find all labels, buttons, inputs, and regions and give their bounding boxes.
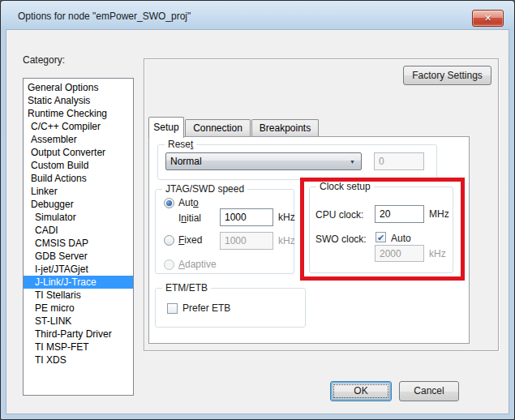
close-icon: ✕	[484, 13, 491, 23]
list-item[interactable]: Output Converter	[24, 146, 133, 159]
cpu-clock-unit: MHz	[429, 208, 449, 220]
swo-clock-field[interactable]: 2000	[375, 245, 424, 262]
ok-button[interactable]: OK	[330, 381, 392, 401]
list-item[interactable]: Simulator	[24, 211, 133, 224]
list-item[interactable]: CADI	[24, 224, 133, 237]
list-item[interactable]: Linker	[24, 185, 133, 198]
fixed-speed-radio[interactable]	[164, 235, 174, 246]
list-item[interactable]: General Options	[24, 81, 133, 94]
tab-breakpoints[interactable]: Breakpoints	[251, 119, 319, 136]
close-button[interactable]: ✕	[472, 10, 504, 27]
clock-setup-caption: Clock setup	[316, 181, 374, 192]
cpu-clock-label: CPU clock:	[315, 209, 363, 221]
fixed-speed-label: Fixed	[178, 234, 202, 246]
list-item[interactable]: Build Actions	[24, 172, 133, 185]
list-item[interactable]: TI Stellaris	[24, 289, 133, 302]
list-item[interactable]: Static Analysis	[24, 94, 133, 107]
list-item[interactable]: Third-Party Driver	[24, 328, 133, 341]
list-item[interactable]: TI XDS	[24, 354, 133, 366]
prefer-etb-checkbox[interactable]	[167, 303, 178, 314]
fixed-speed-unit: kHz	[278, 235, 295, 246]
list-item[interactable]: Debugger	[24, 198, 133, 211]
tab-setup[interactable]: Setup	[148, 117, 184, 138]
tab-connection[interactable]: Connection	[185, 119, 251, 136]
check-icon: ✔	[377, 233, 384, 242]
reset-mode-value: Normal	[170, 156, 202, 167]
options-dialog: Options for node "emPower_SWO_proj" ✕ Ca…	[0, 0, 515, 420]
list-item[interactable]: Assembler	[24, 133, 133, 146]
factory-settings-button[interactable]: Factory Settings	[403, 66, 491, 85]
list-item[interactable]: I-jet/JTAGjet	[24, 263, 133, 276]
swo-auto-label: Auto	[391, 233, 411, 244]
cancel-button[interactable]: Cancel	[399, 381, 459, 401]
initial-speed-label: Initial	[178, 212, 201, 224]
swo-clock-label: SWO clock:	[315, 234, 367, 245]
list-item[interactable]: C/C++ Compiler	[24, 120, 133, 133]
list-item[interactable]: TI MSP-FET	[24, 341, 133, 354]
prefer-etb-label: Prefer ETB	[182, 302, 230, 314]
window-title: Options for node "emPower_SWO_proj"	[18, 11, 191, 22]
reset-caption: Reset	[165, 139, 196, 150]
list-item[interactable]: CMSIS DAP	[24, 237, 133, 250]
adaptive-speed-radio	[164, 259, 174, 270]
cpu-clock-field[interactable]: 20	[375, 205, 424, 223]
list-item[interactable]: Custom Build	[24, 159, 133, 172]
etm-etb-caption: ETM/ETB	[162, 282, 211, 294]
reset-delay-field[interactable]: 0	[374, 152, 424, 170]
initial-speed-unit: kHz	[278, 212, 295, 223]
jtag-speed-caption: JTAG/SWD speed	[162, 183, 247, 195]
auto-speed-radio[interactable]	[164, 198, 174, 208]
list-item[interactable]: GDB Server	[24, 250, 133, 263]
list-item[interactable]: ST-LINK	[24, 315, 133, 328]
adaptive-speed-label: Adaptive	[178, 259, 217, 270]
category-listbox[interactable]: General Options Static Analysis Runtime …	[23, 78, 134, 396]
initial-speed-field[interactable]: 1000	[220, 208, 273, 226]
fixed-speed-field[interactable]: 1000	[220, 232, 273, 250]
reset-mode-dropdown[interactable]: Normal ▼	[165, 152, 362, 170]
swo-clock-unit: kHz	[429, 248, 446, 259]
category-label: Category:	[23, 54, 65, 66]
list-item[interactable]: Runtime Checking	[24, 107, 133, 120]
chevron-down-icon: ▼	[350, 159, 355, 165]
list-item-selected[interactable]: J-Link/J-Trace	[24, 276, 133, 289]
swo-auto-checkbox[interactable]: ✔	[376, 232, 386, 242]
auto-speed-label: Auto	[178, 197, 199, 208]
list-item[interactable]: PE micro	[24, 302, 133, 315]
